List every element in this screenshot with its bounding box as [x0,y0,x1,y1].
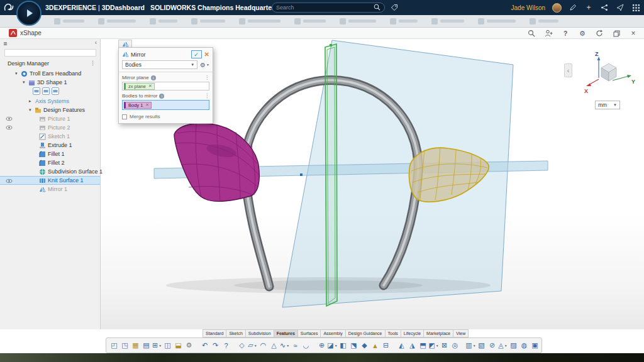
tree-item-feature[interactable]: Fillet 1 [0,150,100,158]
tool-icon[interactable]: ◫ [162,339,173,352]
user-avatar[interactable] [552,3,562,13]
expand-caret-icon[interactable]: ▾ [15,71,21,76]
add-content-icon[interactable]: + [584,3,593,12]
section-menu-icon[interactable]: ⋮ [204,75,209,80]
tool-icon[interactable]: ◳ [119,339,130,352]
tree-view-icon[interactable]: ≣ [3,41,7,47]
search-input[interactable] [276,4,374,11]
tree-item-feature[interactable]: Subdivision Surface 1 [0,167,100,176]
tree-item-feature[interactable]: Fillet 2 [0,158,100,167]
send-icon[interactable] [616,3,625,12]
pen-icon[interactable] [569,3,577,12]
tool-icon[interactable]: ⊕ [316,339,327,352]
info-icon[interactable]: i [151,75,156,80]
restore-window-icon[interactable] [612,29,621,38]
toolbar-tab-assembly[interactable]: Assembly [320,329,345,337]
body-chip[interactable]: Body 1 ✕ [124,102,152,109]
tool-icon[interactable]: ◧ [338,339,348,352]
collapse-panel-icon[interactable]: ‹ [95,39,97,46]
tool-icon[interactable]: ⚙ [184,339,194,352]
share-icon[interactable] [600,3,609,12]
search-icon[interactable] [527,29,536,38]
tool-icon[interactable]: ▨ [508,339,519,352]
ribbon-app-shortcut[interactable] [478,18,516,25]
tool-icon[interactable]: ◆ [359,339,370,352]
tool-icon[interactable]: ⬓ [173,339,184,352]
tool-icon[interactable]: △ [269,339,279,352]
tool-icon[interactable]: ◭ [396,339,407,352]
bodies-to-mirror-field[interactable]: Body 1 ✕ [122,100,209,110]
sync-icon[interactable] [595,29,604,38]
tool-icon[interactable]: ? [221,339,231,352]
expand-caret-icon[interactable]: ▾ [23,80,28,85]
tool-icon[interactable]: ⊘ [487,339,497,352]
app-shortcut-icon[interactable] [42,86,50,97]
tool-icon[interactable]: ◮ [407,339,418,352]
visibility-eye-icon[interactable] [6,125,13,131]
app-shortcut-icon[interactable] [52,86,59,97]
tool-icon[interactable]: ◎ [450,339,460,352]
tool-icon[interactable]: ↶ [199,339,210,352]
ribbon-app-shortcut[interactable] [98,18,136,25]
ribbon-app-shortcut[interactable] [431,18,464,25]
ok-button[interactable]: ✓ [191,50,202,58]
global-search[interactable] [272,3,385,13]
3dexperience-compass-button[interactable] [16,1,42,26]
gear-icon[interactable]: ⚙ [578,29,587,38]
tool-icon[interactable]: ◇ [236,339,247,352]
app-shortcut-icon[interactable] [33,86,40,97]
tool-icon[interactable]: ▦ [130,339,141,352]
toolbar-tab-marketplace[interactable]: Marketplace [423,329,453,337]
tree-item-feature[interactable]: Picture 1 [0,114,100,123]
tree-item-feature[interactable]: Mirror 1 [0,185,100,194]
toolbar-tab-design-guidance[interactable]: Design Guidance [345,329,386,337]
ribbon-app-shortcut[interactable] [54,18,84,25]
tool-icon[interactable]: ◩▼ [428,339,439,352]
remove-chip-icon[interactable]: ✕ [145,102,149,107]
tool-icon[interactable]: ▣ [530,339,540,352]
user-name[interactable]: Jade Wilson [511,4,545,11]
tree-item-feature[interactable]: Extrude 1 [0,141,100,150]
collapse-tools-chevron[interactable]: ‹ [564,63,572,77]
add-user-icon[interactable] [544,29,553,38]
panel-menu-icon[interactable]: ⋮ [90,60,96,66]
toolbar-tab-view[interactable]: View [453,329,469,337]
tree-item-design-features[interactable]: ▾Design Features [0,106,100,114]
plane-chip[interactable]: zx plane ✕ [124,83,155,90]
cancel-button[interactable]: ✕ [204,51,209,58]
view-triad[interactable]: Z Y X [584,49,636,103]
ribbon-app-shortcut[interactable] [390,18,418,25]
tool-icon[interactable]: ⬔ [348,339,359,352]
tool-icon[interactable]: ◰ [109,339,119,352]
toolbar-tab-subdivision[interactable]: Subdivision [245,329,274,337]
tool-icon[interactable]: ▧ [476,339,487,352]
expand-caret-icon[interactable]: ▾ [29,107,35,112]
tool-icon[interactable]: ≈ [290,339,301,352]
mirror-plane-field[interactable]: zx plane ✕ [122,82,209,90]
tree-item-feature[interactable]: Sketch 1 [0,132,100,141]
tool-icon[interactable]: ◬▼ [497,339,508,352]
ribbon-app-shortcut[interactable] [294,18,326,25]
section-menu-icon[interactable]: ⋮ [204,93,209,99]
ribbon-app-shortcut[interactable] [530,18,558,25]
units-dropdown[interactable]: mm▼ [595,101,620,109]
toolbar-tab-standard[interactable]: Standard [203,329,226,337]
visibility-eye-icon[interactable] [6,178,13,185]
toolbar-tab-lifecycle[interactable]: Lifecycle [401,329,424,337]
dialog-grip[interactable] [118,40,132,47]
search-icon[interactable] [374,2,380,13]
tree-item-axis-systems[interactable]: ▸Axis Systems [0,97,100,106]
tool-icon[interactable]: ▤ [141,339,152,352]
toolbar-tab-tools[interactable]: Tools [385,329,401,337]
visibility-eye-icon[interactable] [6,116,13,123]
workspace-title[interactable]: SOLIDWORKS Champions Headquarters [150,4,278,11]
tree-item-root[interactable]: ▾Troll Ears Headband [0,69,100,78]
tool-icon[interactable]: ▲ [370,339,380,352]
tool-icon[interactable]: ◡ [301,339,311,352]
tree-item-feature[interactable]: Picture 2 [0,123,100,132]
help-icon[interactable]: ? [561,29,570,38]
remove-chip-icon[interactable]: ✕ [148,84,152,89]
tool-icon[interactable]: ▱▼ [247,339,258,352]
tool-icon[interactable]: ⊠ [439,339,450,352]
tool-icon[interactable]: ↷ [210,339,221,352]
